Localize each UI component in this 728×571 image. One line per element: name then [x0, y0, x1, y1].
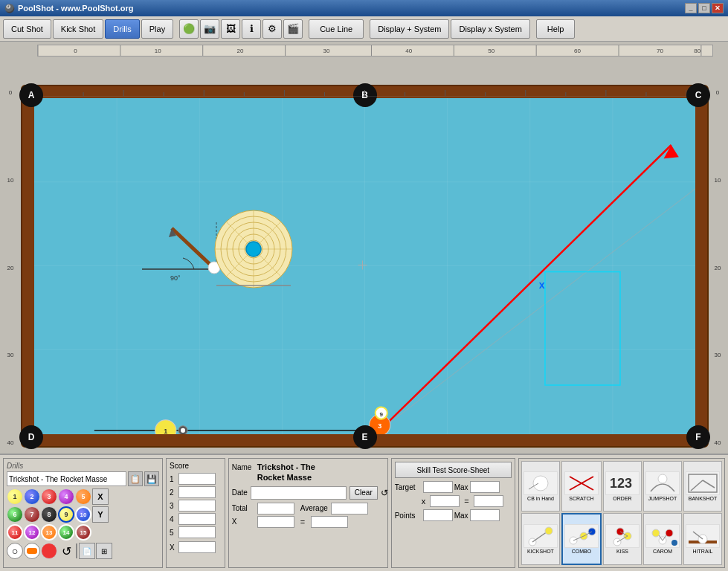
cue-diagram: 90° — [135, 213, 224, 295]
ball-14[interactable]: 14 — [58, 524, 74, 541]
shot-order[interactable]: 123 ORDER — [603, 461, 642, 512]
eq-result-input[interactable] — [311, 516, 348, 528]
display-x-button[interactable]: Display x System — [451, 19, 529, 39]
kick-shot-button[interactable]: Kick Shot — [53, 19, 103, 39]
svg-line-108 — [691, 480, 703, 491]
info-icon[interactable]: ℹ — [242, 19, 261, 39]
score-x-input[interactable] — [178, 541, 216, 553]
calendar-icon[interactable]: ↺ — [381, 488, 388, 498]
score-row-5-input[interactable] — [178, 526, 216, 538]
ball-7[interactable]: 7 — [24, 506, 40, 523]
x-val-input[interactable] — [430, 495, 460, 507]
x-input[interactable] — [257, 516, 294, 528]
skill-eq-result[interactable] — [474, 495, 503, 507]
name-value: Trickshot - The Rocket Masse — [257, 462, 315, 483]
score-row-3-input[interactable] — [178, 500, 216, 512]
maximize-button[interactable]: □ — [698, 3, 710, 13]
white-ball[interactable]: ○ — [7, 543, 23, 559]
film-icon[interactable]: 🎬 — [283, 19, 303, 39]
title-bar: 🎱 PoolShot - www.PoolShot.org _ □ ✕ — [0, 0, 728, 16]
scratch-label: SCRATCH — [569, 496, 593, 501]
total-row: Total Average — [232, 503, 384, 514]
ball-row-3: 11 12 13 14 15 — [7, 524, 159, 541]
ball-row-1: 1 2 3 4 5 X — [7, 488, 159, 505]
points-row: Points Max — [395, 509, 512, 521]
striped-ball[interactable] — [24, 543, 40, 559]
pocket-e: E — [353, 425, 377, 449]
svg-point-61 — [181, 428, 185, 433]
max-input-2[interactable] — [470, 509, 500, 521]
skill-test-button[interactable]: Skill Test Score-Sheet — [395, 462, 512, 478]
shot-cb-in-hand[interactable]: CB in Hand — [521, 461, 560, 512]
gear-icon[interactable]: ⚙ — [262, 19, 282, 39]
ball-9[interactable]: 9 — [58, 506, 74, 523]
ball-5[interactable]: 5 — [75, 488, 91, 505]
help-button[interactable]: Help — [536, 19, 576, 39]
red-ball[interactable] — [41, 543, 57, 559]
shot-scratch[interactable]: SCRATCH — [561, 461, 602, 512]
svg-text:1: 1 — [164, 428, 167, 434]
shot-hitrail[interactable]: HITRAIL — [683, 513, 722, 565]
total-input[interactable] — [257, 503, 294, 514]
ball-1[interactable]: 1 — [7, 488, 23, 505]
score-row-2-input[interactable] — [178, 486, 216, 498]
close-button[interactable]: ✕ — [712, 3, 724, 13]
page-icon[interactable]: 📄 — [79, 543, 95, 559]
grid-svg: x 1 3 — [34, 98, 695, 434]
svg-marker-52 — [664, 145, 679, 158]
drills-button[interactable]: Drills — [105, 19, 139, 39]
y-button[interactable]: Y — [92, 506, 109, 523]
shot-carom[interactable]: CAROM — [643, 513, 682, 565]
image-icon[interactable]: 🖼 — [221, 19, 240, 39]
target-label: Target — [395, 483, 422, 491]
max-input-1[interactable] — [470, 481, 500, 493]
shot-kiss[interactable]: KISS — [603, 513, 642, 565]
ball-13[interactable]: 13 — [41, 524, 57, 541]
ball-6[interactable]: 6 — [7, 506, 23, 523]
rotate-icon[interactable]: ↺ — [58, 543, 74, 559]
ball-11[interactable]: 11 — [7, 524, 23, 541]
play-button[interactable]: Play — [141, 19, 173, 39]
ball-3[interactable]: 3 — [41, 488, 57, 505]
grid-icon[interactable]: ⊞ — [96, 543, 112, 559]
display-plus-button[interactable]: Display + System — [370, 19, 449, 39]
kiss-label: KISS — [616, 549, 628, 554]
svg-point-125 — [666, 529, 673, 537]
ball-15[interactable]: 15 — [75, 524, 91, 541]
ball-4[interactable]: 4 — [58, 488, 74, 505]
drills-folder-icon[interactable]: 💾 — [144, 471, 159, 486]
shot-bankshot[interactable]: BANKSHOT — [683, 461, 722, 512]
drills-title-input[interactable]: Trickshot - The Rocket Masse — [7, 471, 126, 486]
clear-button[interactable]: Clear — [349, 486, 378, 500]
ball-8[interactable]: 8 — [41, 506, 57, 523]
jumpshot-label: JUMPSHOT — [648, 496, 677, 501]
average-input[interactable] — [331, 503, 368, 514]
score-row-4-input[interactable] — [178, 513, 216, 525]
hitrail-label: HITRAIL — [693, 549, 713, 554]
average-label: Average — [300, 504, 328, 512]
points-input[interactable] — [423, 509, 453, 521]
camera-icon[interactable]: 📷 — [200, 19, 219, 39]
ball-10[interactable]: 10 — [75, 506, 91, 523]
name-line1: Trickshot - The — [257, 462, 315, 471]
x-button-1[interactable]: X — [92, 488, 109, 505]
svg-text:50: 50 — [488, 48, 495, 54]
svg-text:123: 123 — [610, 476, 632, 491]
power-icon[interactable]: 🟢 — [179, 19, 199, 39]
cut-shot-button[interactable]: Cut Shot — [3, 19, 51, 39]
drills-save-icon[interactable]: 📋 — [128, 471, 143, 486]
minimize-button[interactable]: _ — [685, 3, 697, 13]
target-row: Target Max — [395, 481, 512, 493]
cue-line-button[interactable]: Cue Line — [309, 19, 364, 39]
shot-jumpshot[interactable]: JUMPSHOT — [643, 461, 682, 512]
target-input[interactable] — [423, 481, 453, 493]
ball-2[interactable]: 2 — [24, 488, 40, 505]
name-date-panel: Name Trickshot - The Rocket Masse Date C… — [228, 458, 388, 568]
pool-table[interactable]: x 1 3 — [21, 58, 709, 448]
ball-12[interactable]: 12 — [24, 524, 40, 541]
shot-combo[interactable]: COMBO — [561, 513, 602, 565]
score-row-1-input[interactable] — [178, 473, 216, 485]
shot-kickshot[interactable]: KICKSHOT — [521, 513, 560, 565]
date-input[interactable] — [251, 486, 347, 500]
eq-sign: = — [300, 517, 305, 526]
